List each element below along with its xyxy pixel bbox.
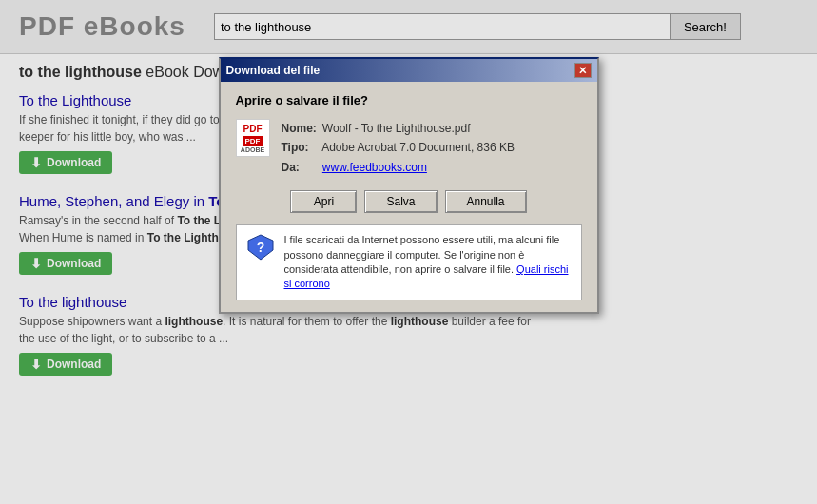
dialog-titlebar: Download del file ✕ — [221, 59, 597, 82]
dialog-body: Aprire o salvare il file? PDF PDF ADOBE … — [221, 82, 597, 312]
file-details: Nome: Woolf - To the Lighthouse.pdf Tipo… — [282, 119, 515, 177]
file-from-value[interactable]: www.feedbooks.com — [322, 161, 427, 174]
file-name-row: Nome: Woolf - To the Lighthouse.pdf — [282, 119, 515, 138]
dialog-open-button[interactable]: Apri — [290, 190, 357, 213]
dialog-security-notice: ? I file scaricati da Internet possono e… — [236, 224, 582, 300]
dialog-question: Aprire o salvare il file? — [236, 93, 582, 107]
pdf-file-icon: PDF PDF ADOBE — [236, 119, 270, 157]
file-from-row: Da: www.feedbooks.com — [282, 158, 515, 177]
dialog-overlay: Download del file ✕ Aprire o salvare il … — [0, 0, 817, 504]
acrobat-label: ADOBE — [241, 146, 264, 153]
shield-security-icon: ? — [246, 233, 275, 262]
file-type-row: Tipo: Adobe Acrobat 7.0 Document, 836 KB — [282, 138, 515, 157]
file-type-label: Tipo: — [282, 138, 320, 157]
file-info-row: PDF PDF ADOBE Nome: Woolf - To the Light… — [236, 119, 582, 177]
file-from-label: Da: — [282, 158, 320, 177]
dialog-buttons: Apri Salva Annulla — [236, 190, 582, 213]
security-text: I file scaricati da Internet possono ess… — [284, 233, 572, 292]
file-type-value: Adobe Acrobat 7.0 Document, 836 KB — [321, 141, 515, 154]
dialog-title: Download del file — [226, 64, 321, 77]
pdf-label: PDF — [243, 136, 263, 146]
file-name-value: Woolf - To the Lighthouse.pdf — [322, 122, 471, 135]
dialog-cancel-button[interactable]: Annulla — [445, 190, 527, 213]
dialog-save-button[interactable]: Salva — [364, 190, 437, 213]
svg-text:?: ? — [256, 240, 264, 255]
file-name-label: Nome: — [282, 119, 320, 138]
dialog-close-button[interactable]: ✕ — [574, 63, 592, 78]
download-dialog: Download del file ✕ Aprire o salvare il … — [219, 57, 599, 314]
pdf-icon-top: PDF — [243, 124, 263, 134]
